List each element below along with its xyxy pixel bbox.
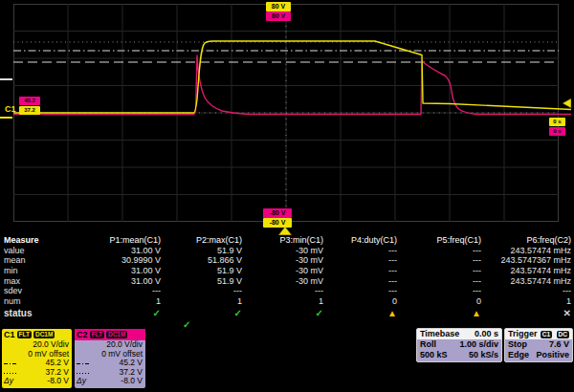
c2-top-scale-chip: 80 V	[266, 11, 291, 21]
measure-table: Measure P1:mean(C1) P2:max(C1) P3:min(C1…	[0, 235, 571, 319]
delta-y-label: Δy	[77, 377, 86, 386]
c1-right-edge-tag[interactable]: 0 s	[549, 118, 565, 126]
measure-cell: 243.5747367 mHz	[481, 255, 571, 266]
c1-cursor2-value: 37.2 V	[45, 367, 69, 377]
measure-cell: 243.57474 mHz	[481, 276, 571, 287]
measure-row-label: value	[0, 246, 99, 256]
trigger-level-arrow[interactable]	[563, 98, 571, 108]
measure-cell: ---	[397, 255, 481, 266]
measure-row-label: num	[0, 296, 99, 307]
dotted-cursor-icon	[77, 373, 90, 374]
trigger-coupling-badge: DC	[557, 331, 569, 338]
measure-cell: 0	[397, 296, 481, 307]
timebase-box[interactable]: Timebase 0.00 s Roll 1.00 s/div 500 kS 5…	[416, 328, 502, 362]
measure-cell: ---	[481, 286, 571, 296]
c2-bottom-scale-chip: -80 V	[263, 208, 292, 218]
measure-col-header: P6:freq(C2)	[481, 235, 571, 246]
measure-col-header: P3:min(C1)	[242, 235, 323, 246]
measure-cell: 51.9 V	[161, 266, 242, 276]
measure-cell: ---	[397, 276, 481, 287]
c2-coupling-badge: DC1M	[106, 331, 127, 338]
measure-cell: 1	[481, 296, 571, 307]
measure-cell: 51.9 V	[161, 276, 242, 287]
c1-coupling-badge: DC1M	[33, 331, 55, 338]
trigger-level: 7.6 V	[549, 339, 569, 350]
measure-cell: ---	[161, 286, 242, 296]
c1-box-label: C1	[4, 330, 15, 339]
c1-filter-badge: FLT	[17, 331, 32, 338]
measure-cell: 0	[323, 296, 397, 307]
measure-cell: -30 mV	[242, 266, 323, 276]
c1-bottom-scale-chip: -80 V	[263, 218, 292, 228]
c2-filter-badge: FLT	[90, 331, 104, 338]
timebase-title: Timebase	[420, 329, 459, 339]
c1-trace	[13, 41, 571, 113]
trigger-mode: Stop	[508, 339, 527, 350]
ready-indicator-check: ✓	[183, 319, 190, 330]
c1-top-scale-chip: 80 V	[266, 2, 291, 11]
measure-row-label: sdev	[0, 286, 99, 296]
timebase-mode: Roll	[420, 339, 436, 350]
measure-row-label: mean	[0, 255, 99, 266]
measure-cell: -30 mV	[242, 276, 323, 287]
measure-row-label: min	[0, 266, 99, 276]
measure-col-header: P5:freq(C1)	[397, 235, 481, 246]
measure-row-label: max	[0, 276, 99, 287]
c2-cursor2-value: 37.2 V	[119, 367, 143, 377]
trigger-slope: Positive	[536, 350, 569, 360]
trigger-box[interactable]: Trigger C1 DC Stop 7.6 V Edge Positive	[504, 328, 573, 362]
measure-cell: ---	[242, 286, 323, 296]
measure-cell: 30.9990 V	[99, 255, 161, 266]
status-icon: ✓	[242, 307, 323, 319]
c2-delta-y-value: -8.0 V	[121, 376, 143, 385]
status-icon: ▲	[397, 307, 481, 319]
measure-cell: ---	[397, 286, 481, 296]
waveform-display	[0, 0, 574, 235]
c2-descriptor-box[interactable]: C2 FLT DC1M 20.0 V/div 0 mV offset 45.2 …	[75, 329, 145, 388]
status-icon: ✕	[481, 307, 571, 319]
status-icon: ✓	[161, 307, 242, 319]
measure-cell: 31.00 V	[99, 246, 161, 256]
measure-col-header: P4:duty(C1)	[323, 235, 397, 246]
trigger-title: Trigger	[508, 329, 538, 339]
dashdot-cursor-icon	[4, 363, 17, 364]
dotted-cursor-icon	[4, 373, 17, 374]
measure-cell: 31.00 V	[99, 276, 161, 287]
timebase-delay: 0.00 s	[475, 329, 498, 339]
measure-cell: 51.866 V	[161, 255, 242, 266]
c2-left-edge-tag[interactable]: 45.2	[19, 97, 40, 105]
c1-left-edge-tag[interactable]: 37.2	[19, 106, 40, 115]
oscilloscope-screen: { "scope": { "top_markers": { "c1": "80 …	[0, 0, 574, 392]
measure-cell: ---	[397, 266, 481, 276]
c2-cursor1-value: 45.2 V	[119, 358, 143, 367]
trigger-type: Edge	[508, 350, 529, 360]
measure-title: Measure	[0, 235, 99, 246]
measure-cell: ---	[99, 286, 161, 296]
measure-col-header: P1:mean(C1)	[99, 235, 161, 246]
measure-cell: ---	[323, 246, 397, 256]
status-icon: ✓	[99, 307, 161, 319]
dashdot-cursor-icon	[77, 363, 90, 364]
timebase-samples: 500 kS	[420, 350, 448, 360]
trigger-time-marker[interactable]	[278, 227, 292, 235]
measure-cell: 51.9 V	[161, 246, 242, 256]
c2-right-edge-tag[interactable]: 0 s	[549, 127, 565, 136]
measure-cell: 31.00 V	[99, 266, 161, 276]
status-icon: ▲	[323, 307, 397, 319]
timebase-rate: 50 kS/s	[469, 350, 498, 360]
measure-col-header: P2:max(C1)	[161, 235, 242, 246]
measure-cell: ---	[323, 286, 397, 296]
c1-descriptor-box[interactable]: C1 FLT DC1M 20.0 V/div 0 mV offset 45.2 …	[2, 329, 72, 388]
c1-cursor1-value: 45.2 V	[45, 358, 69, 367]
measure-cell: 243.57474 mHz	[481, 266, 571, 276]
c1-delta-y-value: -8.0 V	[47, 376, 69, 385]
measure-cell: 243.57474 mHz	[481, 246, 571, 256]
timebase-tdiv: 1.00 s/div	[459, 339, 498, 350]
measure-cell: ---	[323, 266, 397, 276]
c2-box-label: C2	[77, 330, 88, 339]
measure-cell: 1	[161, 296, 242, 307]
measure-cell: ---	[397, 246, 481, 256]
delta-y-label: Δy	[4, 377, 13, 386]
c1-channel-label: C1	[5, 104, 16, 114]
measure-cell: -30 mV	[242, 246, 323, 256]
